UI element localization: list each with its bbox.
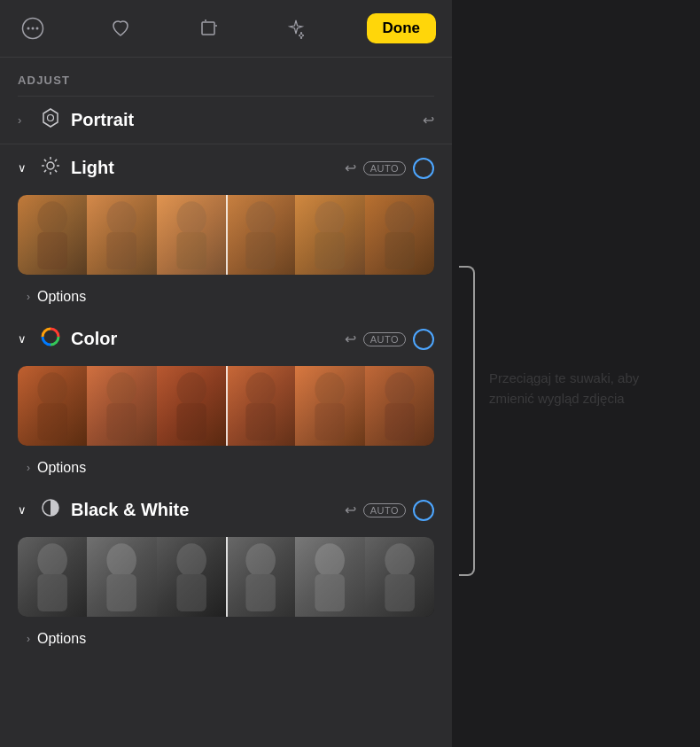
color-toggle[interactable]	[413, 329, 434, 350]
svg-rect-22	[245, 232, 276, 269]
svg-point-37	[315, 372, 346, 406]
svg-point-25	[385, 201, 415, 235]
bw-controls: ↩ AUTO	[345, 500, 434, 521]
svg-point-35	[245, 372, 276, 406]
color-row[interactable]: ∨ Color ↩ AUTO	[0, 315, 452, 362]
svg-rect-38	[315, 403, 346, 440]
annotation-text: Przeciągaj te suwaki, aby zmienić wygląd…	[489, 368, 644, 409]
light-toggle[interactable]	[413, 158, 434, 179]
bw-label: Black & White	[71, 500, 336, 520]
svg-rect-40	[385, 403, 415, 440]
light-chevron: ∨	[18, 161, 30, 175]
bw-undo-icon[interactable]: ↩	[345, 502, 356, 518]
svg-rect-36	[245, 403, 276, 440]
bw-thumb-6	[365, 537, 434, 617]
color-image-strip[interactable]	[18, 366, 434, 446]
toolbar: Done	[0, 0, 452, 58]
svg-point-29	[37, 372, 67, 406]
svg-point-33	[176, 372, 206, 406]
portrait-controls: ↩	[423, 112, 434, 128]
bw-thumb-3	[157, 537, 226, 617]
light-options-chevron: ›	[27, 291, 30, 303]
svg-point-48	[245, 543, 276, 577]
light-icon	[39, 155, 62, 181]
portrait-undo-icon[interactable]: ↩	[423, 112, 434, 128]
svg-line-11	[44, 160, 46, 161]
color-chevron: ∨	[18, 332, 30, 346]
magic-button[interactable]	[279, 12, 313, 45]
svg-point-50	[315, 543, 346, 577]
light-undo-icon[interactable]: ↩	[345, 160, 356, 176]
svg-rect-51	[315, 574, 346, 611]
svg-line-14	[44, 170, 46, 172]
crop-button[interactable]	[191, 12, 225, 45]
bw-options-chevron: ›	[27, 633, 30, 645]
more-button[interactable]	[16, 12, 50, 45]
svg-point-15	[37, 201, 67, 235]
svg-point-28	[46, 332, 55, 341]
light-label: Light	[71, 158, 336, 178]
bw-image-strip[interactable]	[18, 537, 434, 617]
light-strip-divider	[226, 195, 228, 275]
svg-point-42	[37, 543, 67, 577]
light-image-strip[interactable]	[18, 195, 434, 275]
svg-point-44	[107, 543, 137, 577]
color-thumb-4	[226, 366, 295, 446]
portrait-chevron: ›	[18, 113, 30, 127]
svg-point-52	[385, 543, 415, 577]
svg-point-17	[107, 201, 137, 235]
svg-point-21	[245, 201, 276, 235]
bw-thumb-2	[87, 537, 156, 617]
svg-rect-47	[176, 574, 206, 611]
bw-icon	[39, 497, 62, 523]
adjust-panel: ADJUST › Portrait ↩ ∨	[0, 58, 452, 747]
svg-point-6	[47, 162, 54, 169]
bw-auto-badge[interactable]: AUTO	[363, 503, 406, 517]
bw-row[interactable]: ∨ Black & White ↩ AUTO	[0, 486, 452, 533]
light-row[interactable]: ∨ Light ↩ AUTO	[0, 144, 452, 191]
svg-line-12	[55, 170, 57, 172]
bw-options-label: Options	[37, 631, 86, 647]
heart-button[interactable]	[104, 12, 137, 45]
bw-options-row[interactable]: › Options	[0, 624, 452, 658]
svg-line-13	[55, 160, 57, 161]
bw-thumb-4	[226, 537, 295, 617]
light-thumb-1	[18, 195, 87, 275]
svg-point-3	[36, 27, 39, 30]
color-options-label: Options	[37, 460, 86, 476]
bw-thumb-1	[18, 537, 87, 617]
annotation-bracket	[459, 266, 475, 576]
bw-strip-divider	[226, 537, 228, 617]
bw-toggle[interactable]	[413, 500, 434, 521]
light-auto-badge[interactable]: AUTO	[363, 161, 406, 175]
light-thumb-2	[87, 195, 156, 275]
svg-rect-18	[107, 232, 137, 269]
color-options-row[interactable]: › Options	[0, 453, 452, 486]
done-button[interactable]: Done	[367, 13, 437, 43]
svg-rect-20	[176, 232, 206, 269]
color-auto-badge[interactable]: AUTO	[363, 332, 406, 346]
svg-point-39	[385, 372, 415, 406]
svg-rect-26	[385, 232, 415, 269]
svg-rect-30	[37, 403, 67, 440]
svg-rect-43	[37, 574, 67, 611]
color-undo-icon[interactable]: ↩	[345, 331, 356, 347]
color-thumb-3	[157, 366, 226, 446]
svg-rect-16	[37, 232, 67, 269]
portrait-row[interactable]: › Portrait ↩	[0, 97, 452, 144]
color-controls: ↩ AUTO	[345, 329, 434, 350]
light-thumb-3	[157, 195, 226, 275]
svg-rect-53	[385, 574, 415, 611]
svg-rect-45	[107, 574, 137, 611]
light-options-label: Options	[37, 289, 86, 305]
svg-point-46	[176, 543, 206, 577]
light-options-row[interactable]: › Options	[0, 282, 452, 315]
color-thumb-6	[365, 366, 434, 446]
light-thumb-4	[226, 195, 295, 275]
svg-rect-32	[107, 403, 137, 440]
svg-point-2	[32, 27, 35, 30]
svg-rect-34	[176, 403, 206, 440]
svg-point-19	[176, 201, 206, 235]
color-thumb-5	[295, 366, 364, 446]
bw-thumb-5	[295, 537, 364, 617]
